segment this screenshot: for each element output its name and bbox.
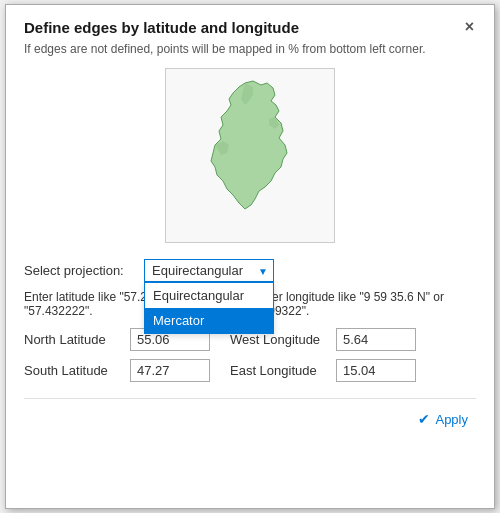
apply-button[interactable]: ✔ Apply	[410, 407, 476, 431]
east-field-group: East Longitude	[230, 359, 416, 382]
title-bar: Define edges by latitude and longitude ×	[24, 19, 476, 36]
west-longitude-input[interactable]	[336, 328, 416, 351]
east-longitude-input[interactable]	[336, 359, 416, 382]
dropdown-item-equirectangular[interactable]: Equirectangular	[145, 283, 273, 308]
south-latitude-label: South Latitude	[24, 363, 124, 378]
apply-label: Apply	[435, 412, 468, 427]
dialog: Define edges by latitude and longitude ×…	[5, 4, 495, 509]
south-field-group: South Latitude	[24, 359, 210, 382]
bottom-bar: ✔ Apply	[24, 398, 476, 431]
map-box	[165, 68, 335, 243]
longitude-hint: Enter longitude like "9 59 35.6 N" or "9…	[254, 290, 476, 318]
dialog-title: Define edges by latitude and longitude	[24, 19, 299, 36]
projection-dropdown: Equirectangular Mercator	[144, 282, 274, 334]
germany-map	[173, 73, 328, 238]
north-latitude-label: North Latitude	[24, 332, 124, 347]
subtitle: If edges are not defined, points will be…	[24, 42, 476, 56]
lon-fields-row: South Latitude East Longitude	[24, 359, 476, 382]
checkmark-icon: ✔	[418, 411, 430, 427]
projection-select-wrapper: Equirectangular Mercator ▼ Equirectangul…	[144, 259, 274, 282]
map-container	[24, 68, 476, 243]
south-latitude-input[interactable]	[130, 359, 210, 382]
close-button[interactable]: ×	[463, 19, 476, 35]
west-longitude-label: West Longitude	[230, 332, 330, 347]
projection-select[interactable]: Equirectangular Mercator	[144, 259, 274, 282]
projection-row: Select projection: Equirectangular Merca…	[24, 259, 476, 282]
dropdown-item-mercator[interactable]: Mercator	[145, 308, 273, 333]
projection-label: Select projection:	[24, 263, 144, 278]
east-longitude-label: East Longitude	[230, 363, 330, 378]
